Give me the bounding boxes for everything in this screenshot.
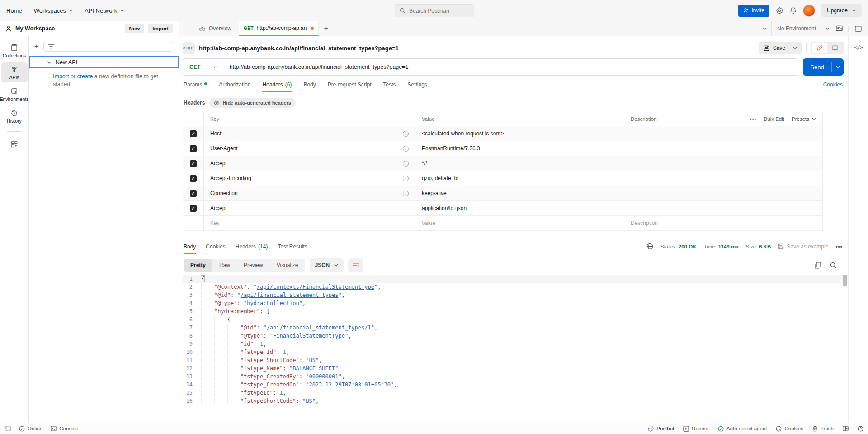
header-value-cell[interactable]: application/ld+json [415,201,624,215]
header-value-cell[interactable]: PostmanRuntime/7.36.3 [415,141,624,156]
invite-button[interactable]: Invite [738,5,769,17]
tab-authorization[interactable]: Authorization [219,81,250,92]
code-snippet-icon[interactable]: </> [854,44,863,51]
hide-auto-generated-headers-button[interactable]: Hide auto-generated headers [209,98,296,108]
row-checkbox[interactable]: ✓ [190,175,197,182]
new-button[interactable]: New [125,24,145,33]
header-key-cell[interactable]: Accept [204,201,415,215]
tab-request-active[interactable]: GET http://ab-comp-ap.anybank.co.in/api/… [239,21,319,36]
tab-body[interactable]: Body [303,81,316,92]
response-tab-body[interactable]: Body [184,243,196,254]
tab-pre-request-script[interactable]: Pre-request Script [328,81,372,92]
online-status[interactable]: Online [19,426,42,432]
tab-settings[interactable]: Settings [408,81,427,92]
description-placeholder[interactable]: Description [624,216,822,230]
tab-params[interactable]: Params [184,81,207,92]
empty-header-row[interactable]: Key Value Description [183,216,822,231]
key-placeholder[interactable]: Key [204,216,415,230]
info-icon[interactable]: i [403,176,409,181]
send-options-chevron[interactable] [832,66,844,68]
header-value-cell[interactable]: */* [415,156,624,171]
row-checkbox[interactable]: ✓ [190,190,197,197]
header-value-cell[interactable]: gzip, deflate, br [415,171,624,186]
response-tab-cookies[interactable]: Cookies [206,243,225,254]
view-visualize[interactable]: Visualize [270,259,305,272]
tab-headers[interactable]: Headers(6) [262,81,292,92]
row-checkbox[interactable]: ✓ [190,130,197,137]
notifications-bell-icon[interactable] [790,7,797,14]
scrollbar-thumb[interactable] [843,275,847,286]
row-checkbox[interactable]: ✓ [190,145,197,152]
info-icon[interactable]: i [403,161,409,167]
info-icon[interactable]: i [403,131,409,137]
header-value-cell[interactable]: keep-alive [415,186,624,200]
workspace-title[interactable]: My Workspace [15,25,55,32]
header-key-cell[interactable]: Accept-Encodingi [204,171,415,186]
menu-api-network[interactable]: API Network [85,7,124,14]
settings-gear-icon[interactable] [776,7,783,14]
create-link[interactable]: create [77,73,93,80]
console-button[interactable]: Console [51,426,78,431]
menu-home[interactable]: Home [6,7,22,14]
sidebar-item-history[interactable]: History [1,106,28,126]
view-preview[interactable]: Preview [237,259,270,272]
response-more-options-icon[interactable]: ••• [835,243,843,250]
trash-button[interactable]: Trash [812,426,834,432]
save-button[interactable]: Save [759,42,802,54]
cookies-button[interactable]: Cookies [776,426,803,432]
tab-tests[interactable]: Tests [383,81,396,92]
header-key-cell[interactable]: User-Agenti [204,141,415,156]
environment-quick-look-icon[interactable] [835,25,848,32]
sidebar-item-collections[interactable]: Collections [1,41,28,61]
header-description-cell[interactable] [624,126,822,141]
upgrade-button[interactable]: Upgrade [821,4,862,17]
split-pane-icon[interactable] [843,426,849,431]
view-pretty[interactable]: Pretty [184,259,212,272]
global-search[interactable] [395,4,474,17]
environment-selector[interactable]: No Environment [772,25,835,32]
runner-button[interactable]: Runner [683,426,709,432]
info-icon[interactable]: i [403,146,409,152]
header-value-cell[interactable]: <calculated when request is sent> [415,126,624,141]
value-placeholder[interactable]: Value [415,216,624,230]
method-selector[interactable]: GET [183,59,223,75]
postbot-button[interactable]: Postbot [647,425,674,432]
user-avatar[interactable] [803,5,815,17]
row-checkbox[interactable]: ✓ [190,160,197,167]
filter-input[interactable] [43,41,173,52]
comment-button[interactable] [827,43,843,53]
view-raw[interactable]: Raw [212,259,237,272]
tab-options-chevron[interactable] [758,21,772,36]
add-api-button[interactable]: + [34,43,39,50]
response-tab-headers[interactable]: Headers(14) [236,243,268,254]
url-input[interactable] [223,64,798,70]
header-key-cell[interactable]: Accepti [204,156,415,171]
bulk-edit-button[interactable]: Bulk Edit [764,116,784,122]
header-description-cell[interactable] [624,141,822,156]
toggle-sidebar-icon[interactable] [5,426,11,431]
format-selector[interactable]: JSON [310,258,344,272]
import-link[interactable]: Import [53,73,69,80]
response-tab-test-results[interactable]: Test Results [278,243,307,254]
header-description-cell[interactable] [624,156,822,171]
row-checkbox[interactable]: ✓ [190,205,197,212]
auto-select-agent-button[interactable]: Auto-select agent [718,426,767,432]
tree-item-new-api[interactable]: New API [29,56,179,68]
new-tab-button[interactable]: + [319,21,334,36]
globe-icon[interactable] [646,243,653,250]
layout-panel-icon[interactable] [848,26,868,32]
copy-icon[interactable] [815,262,821,269]
code-scrollbar[interactable] [843,275,847,423]
presets-button[interactable]: Presets [792,116,816,122]
save-as-example-button[interactable]: Save as example [778,243,828,250]
info-icon[interactable]: i [403,191,409,196]
menu-workspaces[interactable]: Workspaces [34,7,73,14]
send-button[interactable]: Send [803,58,844,76]
header-key-cell[interactable]: Connectioni [204,186,415,200]
tab-overview[interactable]: Overview [192,21,239,36]
header-description-cell[interactable] [624,201,822,215]
cookies-link[interactable]: Cookies [823,81,843,92]
search-in-body-icon[interactable] [830,262,836,268]
header-description-cell[interactable] [624,186,822,200]
help-icon[interactable] [858,426,863,432]
